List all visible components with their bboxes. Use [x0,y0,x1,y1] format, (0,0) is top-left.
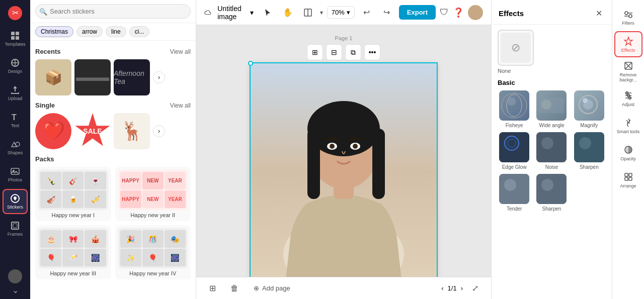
toolbar-item-frames[interactable]: Frames [3,216,28,241]
effect-wide[interactable]: Wide angle [535,90,568,128]
next-page-btn[interactable]: › [461,284,463,292]
stickers-panel: 🔍 Christmas arrow line ci... Recents Vie… [30,0,196,299]
sticker-sale[interactable]: SALE [74,113,111,149]
effect-none-btn[interactable]: ⊘ [498,30,534,66]
effect-magnify[interactable]: Magnify [573,90,606,128]
layout-alt-btn[interactable]: ⊟ [326,44,342,60]
svg-point-34 [583,98,588,103]
effect-edge[interactable]: Edge Glow [498,132,531,170]
tag-arrow[interactable]: arrow [76,26,103,37]
page-settings-btn[interactable]: ⊞ [204,280,220,296]
effects-title: Effects [499,9,524,18]
packs-header: Packs [35,155,191,163]
toolbar-expand[interactable]: ⌄ [8,285,22,295]
cloud-icon [204,8,211,18]
user-avatar[interactable] [468,5,483,20]
sticker-recent-1[interactable]: 📦 [35,59,71,95]
sticker-recent-2[interactable]: ▬▬▬ [74,59,111,95]
right-item-filters[interactable]: Filters [614,4,642,30]
more-btn[interactable]: ••• [364,44,380,60]
help-icon[interactable]: ❓ [453,7,464,18]
svg-rect-64 [629,177,632,180]
svg-rect-22 [372,129,385,199]
sticker-reindeer[interactable]: 🦌 [114,113,150,149]
effect-sharpen2-label: Sharpen [542,206,561,212]
redo-btn[interactable]: ↪ [379,5,395,21]
pack-item-2[interactable]: HAPPY NEW YEAR HAPPY NEW YEAR Happy new … [115,167,191,221]
app-logo: ✂ [6,4,24,22]
hand-tool-btn[interactable]: ✋ [280,5,296,21]
svg-point-41 [579,137,591,149]
sticker-recent-3[interactable]: Afternoon Tea [114,59,150,95]
delete-btn[interactable]: 🗑 [226,280,243,296]
pack-item-3[interactable]: 🎂 🎀 🎪 🎈 🥂 🎆 Happy new year III [35,225,111,279]
right-item-arrange[interactable]: Arrange [614,167,642,193]
svg-point-26 [353,144,358,149]
right-item-adjust[interactable]: Adjust [614,85,642,112]
effect-sharpen2[interactable]: Sharpen [535,174,568,212]
copy-btn[interactable]: ⧉ [345,44,361,60]
svg-point-31 [541,99,551,110]
grid-btn[interactable]: ⊞ [307,44,323,60]
sticker-heart[interactable]: ❤️ [35,113,71,149]
single-title: Single [35,102,55,109]
toolbar-item-template[interactable]: Templates [3,26,28,51]
layout-btn[interactable] [300,5,316,21]
svg-rect-61 [625,173,628,176]
svg-text:T: T [12,113,17,122]
effect-noise[interactable]: Noise [535,132,568,170]
toolbar-item-stickers[interactable]: Stickers [3,189,28,214]
effect-fisheye[interactable]: Fisheye [498,90,531,128]
single-next-btn[interactable]: › [153,125,165,137]
tag-christmas[interactable]: Christmas [35,26,73,37]
layout-chevron[interactable]: ▾ [320,9,323,16]
add-page-btn[interactable]: ⊕ Add page [249,281,295,295]
effect-tender[interactable]: Tender [498,174,531,212]
right-item-effects[interactable]: Effects [614,31,642,57]
cursor-tool-btn[interactable] [260,5,276,21]
single-view-all[interactable]: View all [170,102,191,109]
toolbar-item-upload[interactable]: Upload [3,80,28,106]
tag-line[interactable]: line [106,26,126,37]
pack-item-4[interactable]: 🎉 🎊 🎭 ✨ 🎈 🎆 Happy new year IV [115,225,191,279]
toolbar-item-text[interactable]: T Text [3,108,28,133]
svg-point-8 [16,142,20,146]
canvas-photo[interactable] [251,63,437,277]
effect-none-container: ⊘ None [498,30,606,74]
search-wrap: 🔍 [35,4,191,19]
canvas-float-toolbar: ⊞ ⊟ ⧉ ••• [307,44,380,60]
effect-none-label: None [498,68,511,74]
recents-header: Recents View all [35,48,191,55]
title-chevron[interactable]: ▾ [250,9,254,17]
expand-btn[interactable]: ⤢ [467,280,483,296]
recents-next-btn[interactable]: › [153,71,165,83]
svg-rect-12 [12,222,19,229]
page-controls: ‹ 1/1 › ⤢ [441,280,483,296]
effect-wide-label: Wide angle [539,123,564,128]
effect-sharpen[interactable]: Sharpen [573,132,606,170]
effects-close-btn[interactable]: ✕ [593,7,605,19]
left-toolbar: ✂ Templates Design Upload T Text Shapes … [0,0,30,299]
export-btn[interactable]: Export [399,5,436,20]
pack-thumb-2: HAPPY NEW YEAR HAPPY NEW YEAR [118,170,188,210]
recents-view-all[interactable]: View all [170,48,191,55]
undo-btn[interactable]: ↩ [359,5,375,21]
effects-grid-basic: Fisheye Wide angle Magnify [498,90,606,128]
toolbar-item-photos[interactable]: Photos [3,162,28,187]
right-item-remove-bg[interactable]: Remove backgr... [614,58,642,84]
panel-scroll: Recents View all 📦 ▬▬▬ Afternoon Tea › S… [30,41,196,299]
prev-page-btn[interactable]: ‹ [441,284,443,292]
zoom-display[interactable]: 70% ▾ [327,6,355,19]
pack-item-1[interactable]: 🍾 🎸 🍷 🎻 🍺 🎺 Happy new year I [35,167,111,221]
right-item-opacity[interactable]: Opacity [614,140,642,166]
packs-grid: 🍾 🎸 🍷 🎻 🍺 🎺 Happy new year I HAPPY NEW Y… [35,167,191,279]
toolbar-item-design[interactable]: Design [3,53,28,78]
svg-point-43 [504,179,516,191]
right-item-smart[interactable]: Smart tools [614,113,642,139]
search-input[interactable] [35,4,191,19]
single-grid: ❤️ SALE 🦌 › [35,113,191,149]
tag-ci[interactable]: ci... [129,26,150,37]
svg-point-29 [508,97,516,106]
shield-icon[interactable]: 🛡 [440,7,449,18]
toolbar-item-shapes[interactable]: Shapes [3,135,28,160]
